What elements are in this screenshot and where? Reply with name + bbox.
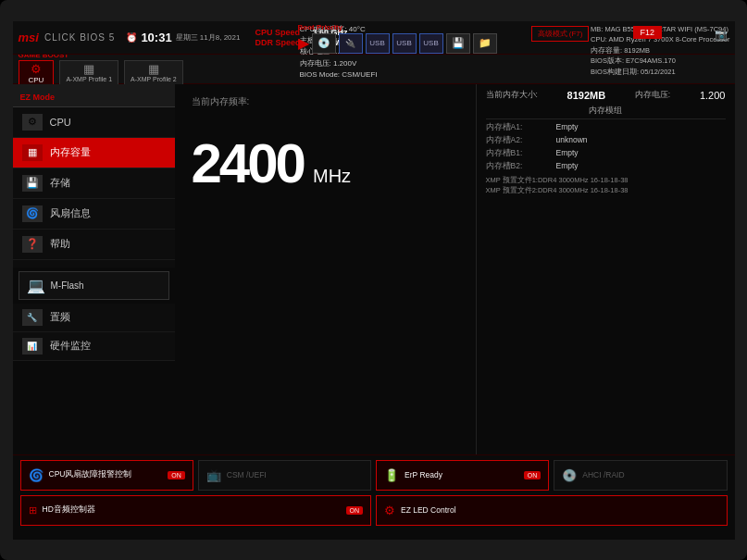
mem-slot-a1-value: Empty [556,122,579,133]
mem-size-value: 8192MB [567,90,606,101]
boost-profile-xmp1[interactable]: ▦ A-XMP Profile 1 [59,60,118,86]
mem-slot-b2-value: Empty [556,161,579,172]
overclocking-label: 置频 [50,310,70,324]
content-area: EZ Mode ⚙ CPU ▦ 内存容量 💾 存储 [13,84,735,454]
csm-uefi-btn[interactable]: 📺 CSM /UEFI [198,460,371,491]
storage-sidebar-label: 存储 [50,176,70,190]
mem-slot-b1-label: 内存槽B1: [486,148,551,159]
boot-device-6[interactable]: 💾 [446,33,470,54]
mem-slot-b1: 内存槽B1: Empty [486,148,726,159]
sidebar-item-help[interactable]: ❓ 帮助 [13,230,175,260]
xmp1-boost-icon: ▦ [83,62,94,76]
boost-profile-cpu[interactable]: ⚙ CPU [19,60,55,86]
right-panel: 当前内存大小: 8192MB 内存电压: 1.200 内存模组 内存槽A1: E… [476,84,735,454]
boot-arrow-icon: ▶ [298,34,309,52]
ez-led-btn[interactable]: ⚙ EZ LED Control [376,495,728,526]
mem-slot-a2-value: unknown [556,135,588,146]
mem-voltage-value: 1.200 [700,90,726,101]
boot-device-1[interactable]: 💿 [312,33,336,54]
mem-size-label: 当前内存大小: [486,90,538,101]
boot-device-7[interactable]: 📁 [473,33,497,54]
advanced-mode-button[interactable]: 高级模式 (F7) [531,26,590,42]
overclocking-icon: 🔧 [22,309,43,326]
xmp1-boost-label: A-XMP Profile 1 [66,76,112,82]
ez-led-label: EZ LED Control [401,505,719,515]
cpu-fan-label: CPU风扇故障报警控制 [49,469,163,480]
memory-sidebar-icon: ▦ [22,144,43,161]
current-freq-label: 当前内存频率: [192,95,459,108]
cpu-sidebar-icon: ⚙ [22,114,43,131]
mem-voltage-label: 内存电压: [635,90,670,101]
cpu-fan-toggle: ON [168,471,185,479]
hd-audio-icon: ⊞ [29,504,37,516]
xmp2-boost-icon: ▦ [148,62,159,76]
overclocking-item[interactable]: 🔧 置频 [13,304,175,332]
memory-freq-unit: MHz [313,166,351,187]
erp-label: ErP Ready [405,470,518,479]
clock-icon: ⏰ [126,32,137,43]
mem-slot-b2-label: 内存槽B2: [486,161,551,172]
xmp-preset-2: XMP 预置文件2:DDR4 3000MHz 16-18-18-38 [486,186,726,195]
sidebar-item-fan[interactable]: 🌀 风扇信息 [13,199,175,230]
boot-device-4[interactable]: USB [392,33,417,54]
erp-toggle: ON [524,471,542,479]
csm-label: CSM /UEFI [227,470,363,479]
sidebar-item-cpu[interactable]: ⚙ CPU [13,107,175,138]
mem-slot-a1-label: 内存槽A1: [486,122,551,133]
msi-logo: msi [19,31,39,44]
bottom-buttons-row: 🌀 CPU风扇故障报警控制 ON 📺 CSM /UEFI 🔋 ErP Ready… [13,454,735,530]
ahci-raid-btn[interactable]: 💿 AHCI /RAID [554,460,727,491]
boot-device-5[interactable]: USB [419,33,443,54]
monitor-bezel: msi CLICK BIOS 5 ⏰ 10:31 星期三 11月8, 2021 … [0,0,747,560]
date-display: 星期三 11月8, 2021 [176,32,241,43]
m-flash-icon: 💻 [27,277,45,294]
mem-info: 内存容量: 8192MB [591,45,729,56]
sidebar-item-memory[interactable]: ▦ 内存容量 [13,138,175,168]
hardware-monitor-icon: 📊 [22,338,43,355]
ahci-label: AHCI /RAID [582,470,718,479]
memory-sidebar-label: 内存容量 [50,145,91,159]
sidebar-item-storage[interactable]: 💾 存储 [13,168,175,199]
cpu-fan-icon: 🌀 [29,468,44,482]
camera-icon: 📷 [715,29,728,41]
sidebar: EZ Mode ⚙ CPU ▦ 内存容量 💾 存储 [13,84,175,454]
ez-led-icon: ⚙ [384,504,395,517]
cpu-voltage-mem: 内存电压: 1.200V [300,58,378,69]
ahci-icon: 💿 [562,468,577,482]
ez-mode-header: EZ Mode [13,84,175,107]
mem-slot-a1: 内存槽A1: Empty [486,122,726,133]
xmp-preset-1: XMP 预置文件1:DDR4 3000MHz 16-18-18-38 [486,176,726,185]
f12-button[interactable]: F12 [633,26,663,39]
boost-profile-xmp2[interactable]: ▦ A-XMP Profile 2 [124,60,183,86]
hd-audio-label: HD音频控制器 [43,504,341,516]
memory-freq-number: 2400 [192,136,304,192]
storage-sidebar-icon: 💾 [22,175,43,192]
bios-version: BIOS版本: E7C94AMS.170 [591,56,729,67]
hardware-monitor-item[interactable]: 📊 硬件监控 [13,332,175,361]
m-flash-label: M-Flash [51,280,84,291]
mem-slot-a2-label: 内存槽A2: [486,135,551,146]
mem-module-header: 内存模组 [486,105,726,119]
hd-audio-toggle: ON [346,506,364,515]
boot-device-2[interactable]: 🔌 [339,33,363,54]
fan-sidebar-icon: 🌀 [22,205,43,222]
cpu-boost-icon: ⚙ [31,62,42,76]
erp-ready-btn[interactable]: 🔋 ErP Ready ON [376,460,549,491]
cpu-sidebar-label: CPU [50,117,71,128]
hardware-monitor-label: 硬件监控 [50,339,91,353]
center-content: 当前内存频率: 2400 MHz [175,84,476,454]
mem-slot-a2: 内存槽A2: unknown [486,135,726,146]
help-sidebar-icon: ❓ [22,236,43,253]
hd-audio-btn[interactable]: ⊞ HD音频控制器 ON [20,495,372,526]
mem-slot-b1-value: Empty [556,148,579,159]
time-display: 10:31 [141,31,171,44]
m-flash-item[interactable]: 💻 M-Flash [19,271,169,300]
fan-sidebar-label: 风扇信息 [50,206,91,220]
xmp2-boost-label: A-XMP Profile 2 [131,76,177,82]
erp-icon: 🔋 [384,468,399,482]
csm-icon: 📺 [206,468,221,482]
boot-priority-label: Boot Priority [298,23,497,31]
boot-device-3[interactable]: USB [366,33,390,54]
help-sidebar-label: 帮助 [50,237,70,251]
cpu-fan-control-btn[interactable]: 🌀 CPU风扇故障报警控制 ON [20,460,193,491]
